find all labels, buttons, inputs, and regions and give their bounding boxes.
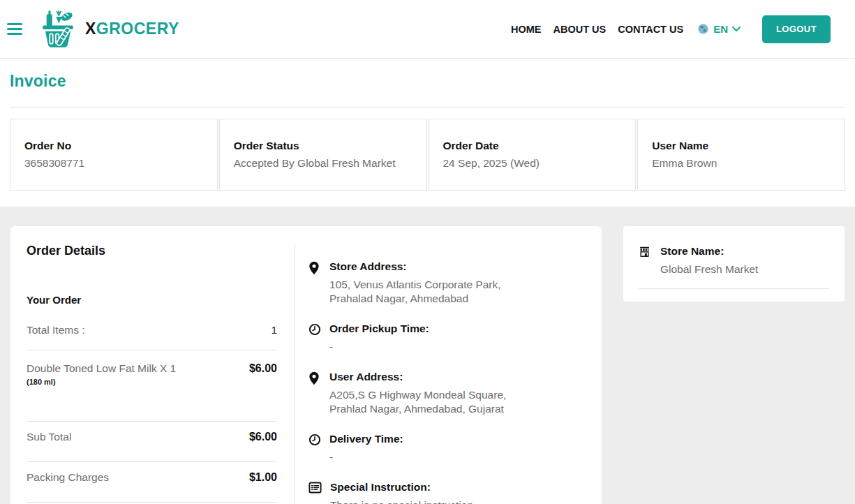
order-pickup-time-block: Order Pickup Time: - [308, 323, 588, 354]
clock-icon [308, 433, 321, 464]
order-pickup-time-value: - [329, 340, 429, 354]
order-item-variant: (180 ml) [27, 378, 176, 386]
store-name-content: Store Name: Global Fresh Market [660, 245, 758, 276]
top-navbar: XGROCERY HOME ABOUT US CONTACT US EN LOG… [0, 0, 855, 59]
subtotal-row: Sub Total $6.00 [27, 422, 277, 461]
user-name-card: User Name Emma Brown [637, 119, 845, 191]
total-items-label: Total Items : [27, 324, 85, 336]
location-pin-icon [308, 260, 321, 306]
user-address-line: A205,S G Highway Mondeal Square, [329, 388, 506, 402]
order-item-row: Double Toned Low Fat Milk X 1 (180 ml) $… [27, 362, 277, 386]
store-name-label: Store Name: [660, 245, 758, 258]
nav-link-about-us[interactable]: ABOUT US [553, 24, 606, 35]
store-address-line: Prahalad Nagar, Ahmedabad [329, 292, 501, 306]
store-name-value: Global Fresh Market [660, 262, 758, 276]
main-content: Order Details Your Order Total Items : 1… [0, 207, 855, 504]
order-no-label: Order No [24, 140, 203, 152]
page-title: Invoice [10, 59, 845, 91]
order-item-name: Double Toned Low Fat Milk X 1 [27, 362, 176, 375]
store-address-line: 105, Venus Atlantis Corporate Park, [329, 278, 501, 292]
total-items-value: 1 [271, 324, 277, 336]
location-pin-icon [308, 371, 321, 416]
language-code: EN [713, 23, 728, 35]
delivery-time-content: Delivery Time: - [329, 433, 403, 464]
user-address-content: User Address: A205,S G Highway Mondeal S… [329, 371, 506, 416]
order-date-value: 24 Sep, 2025 (Wed) [443, 157, 622, 170]
store-address-content: Store Address: 105, Venus Atlantis Corpo… [329, 260, 501, 306]
order-no-value: 3658308771 [24, 157, 203, 170]
navbar-left: XGROCERY [7, 9, 179, 50]
user-name-label: User Name [652, 140, 831, 152]
order-details-title: Order Details [27, 244, 277, 258]
user-name-value: Emma Brown [652, 157, 831, 170]
globe-icon [697, 23, 709, 35]
your-order-label: Your Order [27, 294, 277, 306]
brand-name: XGROCERY [85, 20, 179, 38]
divider [27, 350, 277, 350]
order-status-value: Accepted By Global Fresh Market [234, 157, 412, 170]
special-instruction-block: Special Instruction: There is no special… [308, 481, 588, 504]
nav-link-home[interactable]: HOME [511, 24, 542, 35]
language-switcher[interactable]: EN [697, 23, 741, 35]
chevron-down-icon [732, 27, 741, 32]
store-name-row: Store Name: Global Fresh Market [639, 245, 829, 276]
order-date-label: Order Date [443, 140, 622, 152]
store-address-label: Store Address: [329, 260, 501, 273]
store-name-card: Store Name: Global Fresh Market [623, 226, 845, 302]
subtotal-value: $6.00 [249, 431, 277, 443]
packing-charges-row: Packing Charges $1.00 [27, 462, 277, 502]
user-address-label: User Address: [329, 371, 506, 383]
subtotal-label: Sub Total [27, 431, 71, 443]
order-item-info: Double Toned Low Fat Milk X 1 (180 ml) [27, 362, 176, 386]
user-address-line: Prahlad Nagar, Ahmedabad, Gujarat [329, 402, 506, 416]
delivery-time-label: Delivery Time: [329, 433, 403, 445]
clock-icon [308, 323, 321, 354]
delivery-time-value: - [329, 450, 403, 464]
brand-name-prefix: X [85, 20, 96, 38]
delivery-info-column: Store Address: 105, Venus Atlantis Corpo… [295, 226, 588, 504]
order-pickup-time-content: Order Pickup Time: - [329, 323, 429, 354]
order-no-card: Order No 3658308771 [10, 119, 218, 191]
order-summary-row: Order No 3658308771 Order Status Accepte… [10, 119, 845, 191]
order-item-price: $6.00 [249, 362, 277, 375]
order-pickup-time-label: Order Pickup Time: [329, 323, 429, 335]
order-details-card: Order Details Your Order Total Items : 1… [10, 226, 602, 504]
brand-logo[interactable]: XGROCERY [38, 9, 179, 50]
instruction-icon [308, 481, 322, 504]
store-address-block: Store Address: 105, Venus Atlantis Corpo… [308, 260, 588, 306]
store-address-lines: 105, Venus Atlantis Corporate Park, Prah… [329, 278, 501, 306]
order-date-card: Order Date 24 Sep, 2025 (Wed) [429, 119, 637, 191]
total-items-row: Total Items : 1 [27, 324, 277, 336]
logout-button[interactable]: LOGOUT [762, 15, 831, 43]
order-items-column: Order Details Your Order Total Items : 1… [27, 226, 277, 504]
nav-link-contact-us[interactable]: CONTACT US [618, 24, 683, 35]
brand-name-rest: GROCERY [96, 20, 179, 38]
navbar-links: HOME ABOUT US CONTACT US EN LOGOUT [511, 15, 831, 43]
special-instruction-label: Special Instruction: [330, 481, 473, 494]
packing-charges-value: $1.00 [249, 471, 277, 484]
storefront-icon [639, 245, 651, 276]
order-status-label: Order Status [234, 140, 412, 152]
delivery-time-block: Delivery Time: - [308, 433, 588, 464]
special-instruction-value: There is no special instruction [330, 498, 473, 504]
grocery-basket-icon [38, 9, 78, 50]
order-status-card: Order Status Accepted By Global Fresh Ma… [219, 119, 427, 191]
header-divider [10, 107, 845, 108]
invoice-header-section: Invoice Order No 3658308771 Order Status… [0, 59, 855, 207]
store-card-divider [639, 288, 829, 289]
packing-charges-label: Packing Charges [27, 471, 109, 484]
hamburger-menu-icon[interactable] [7, 23, 22, 35]
special-instruction-content: Special Instruction: There is no special… [330, 481, 473, 504]
user-address-lines: A205,S G Highway Mondeal Square, Prahlad… [329, 388, 506, 416]
user-address-block: User Address: A205,S G Highway Mondeal S… [308, 371, 588, 416]
